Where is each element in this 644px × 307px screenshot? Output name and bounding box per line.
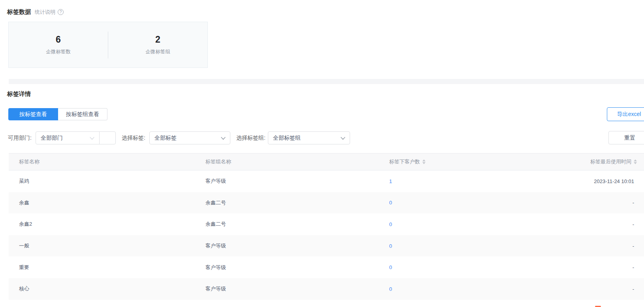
stat-value: 2 [108, 34, 207, 45]
customer-count-link[interactable]: 0 [389, 221, 392, 227]
last-used-cell: - [633, 286, 634, 292]
stat-value: 6 [9, 34, 108, 45]
tag-group-select-value: 全部标签组 [273, 132, 301, 144]
page-title: 标签数据 [7, 8, 31, 16]
column-header-last-used: 标签最后使用时间 [522, 158, 644, 165]
stat-tag-group-count: 2 企微标签组 [108, 34, 207, 55]
chevron-down-icon [90, 135, 94, 139]
stat-label: 企微标签数 [9, 49, 108, 55]
filter-label-tag-group: 选择标签组: [236, 131, 266, 144]
department-select-value: 全部部门 [41, 132, 63, 144]
tag-group-cell: 客户等级 [205, 178, 226, 184]
customer-count-link[interactable]: 0 [389, 243, 392, 249]
tag-name-cell: 余鑫2 [19, 221, 32, 227]
customer-count-link[interactable]: 0 [389, 200, 392, 206]
filter-label-department: 可用部门: [8, 131, 32, 144]
tag-group-cell: 客户等级 [205, 286, 226, 292]
tag-group-cell: 余鑫二号 [205, 200, 226, 206]
chevron-down-icon [341, 135, 345, 139]
detail-section-title: 标签详情 [7, 90, 31, 98]
tag-name-cell: 菜鸡 [19, 178, 29, 184]
last-used-cell: - [633, 243, 634, 249]
view-mode-tabs: 按标签查看 按标签组查看 [8, 108, 107, 120]
tab-view-by-tag[interactable]: 按标签查看 [8, 108, 58, 120]
stats-card: 6 企微标签数 2 企微标签组 [8, 22, 208, 68]
column-header-label: 标签下客户数 [389, 158, 420, 165]
table-row: 核心 客户等级 0 - [9, 278, 644, 300]
filter-label-tag: 选择标签: [122, 131, 145, 144]
tag-table: 标签名称 标签组名称 标签下客户数 标签最后使用时间 菜鸡 客户等级 1 202… [9, 153, 644, 300]
tag-name-cell: 核心 [19, 286, 29, 292]
column-header-customer-count: 标签下客户数 [389, 158, 522, 165]
department-select[interactable]: 全部部门 [36, 131, 116, 144]
tag-group-cell: 客户等级 [205, 243, 226, 249]
column-header-tag-name: 标签名称 [9, 158, 205, 165]
chevron-down-icon [221, 135, 225, 139]
tag-select[interactable]: 全部标签 [149, 131, 230, 144]
sort-icon[interactable] [422, 159, 426, 164]
last-used-cell: - [633, 200, 634, 206]
table-header: 标签名称 标签组名称 标签下客户数 标签最后使用时间 [9, 153, 644, 170]
tag-group-select[interactable]: 全部标签组 [268, 131, 350, 144]
customer-count-link[interactable]: 0 [389, 286, 392, 292]
sort-icon[interactable] [634, 159, 637, 164]
reset-button[interactable]: 重置 [608, 131, 644, 144]
table-row: 菜鸡 客户等级 1 2023-11-24 10:01 [9, 170, 644, 192]
filter-bar: 可用部门: 全部部门 选择标签: 全部标签 选择标签组: 全部标签组 [0, 131, 644, 144]
select-divider [99, 132, 100, 144]
tag-select-value: 全部标签 [154, 132, 177, 144]
last-used-cell: 2023-11-24 10:01 [594, 178, 634, 184]
table-body: 菜鸡 客户等级 1 2023-11-24 10:01 余鑫 余鑫二号 0 - 余… [9, 170, 644, 300]
customer-count-link[interactable]: 1 [389, 178, 392, 184]
stat-tag-count: 6 企微标签数 [9, 34, 108, 55]
stats-header: 标签数据 统计说明 [7, 8, 64, 16]
customer-count-link[interactable]: 0 [389, 264, 392, 270]
last-used-cell: - [633, 264, 634, 270]
question-circle-icon[interactable] [58, 9, 64, 15]
column-header-group-name: 标签组名称 [205, 158, 389, 165]
tag-name-cell: 一般 [19, 243, 29, 249]
table-row: 余鑫2 余鑫二号 0 - [9, 213, 644, 235]
column-header-label: 标签最后使用时间 [590, 158, 631, 165]
stat-label: 企微标签组 [108, 49, 207, 55]
stats-hint-label: 统计说明 [35, 9, 55, 16]
table-row: 余鑫 余鑫二号 0 - [9, 192, 644, 214]
section-divider [9, 79, 644, 84]
table-row: 重要 客户等级 0 - [9, 256, 644, 278]
export-excel-button[interactable]: 导出excel [607, 107, 644, 121]
tag-group-cell: 余鑫二号 [205, 221, 226, 227]
last-used-cell: - [633, 221, 634, 227]
tag-name-cell: 余鑫 [19, 200, 29, 206]
tag-name-cell: 重要 [19, 264, 29, 270]
tab-view-by-tag-group[interactable]: 按标签组查看 [58, 108, 107, 120]
table-row: 一般 客户等级 0 - [9, 235, 644, 257]
tag-group-cell: 客户等级 [205, 264, 226, 270]
tag-statistics-page: 标签数据 统计说明 6 企微标签数 2 企微标签组 标签详情 按标签查看 按标签… [0, 0, 644, 307]
